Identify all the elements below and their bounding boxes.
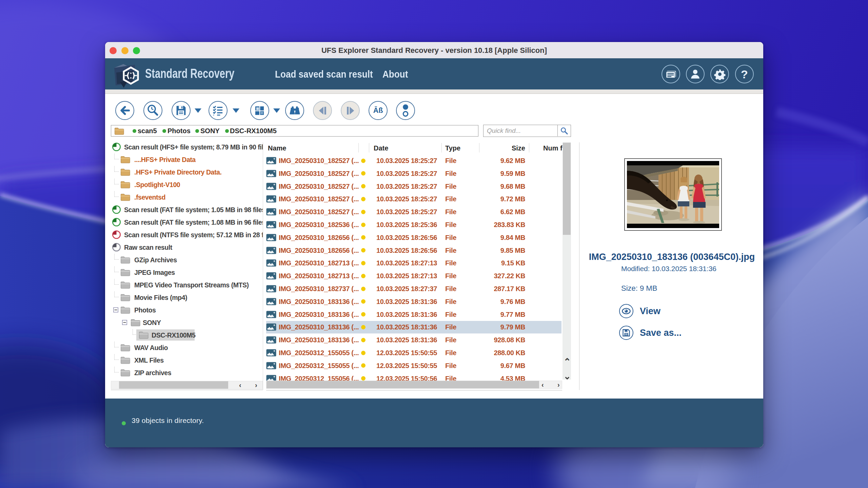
svg-text:Āß: Āß xyxy=(373,106,383,115)
